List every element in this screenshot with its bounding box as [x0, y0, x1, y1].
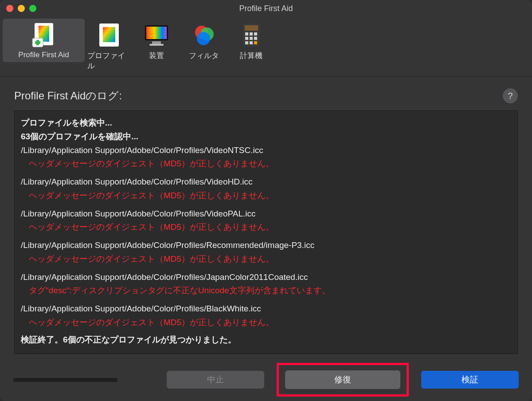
svg-rect-16: [245, 32, 248, 35]
tab-filters[interactable]: フィルタ: [180, 19, 227, 63]
svg-marker-6: [103, 27, 115, 42]
svg-rect-15: [245, 25, 258, 31]
profiles-icon: [96, 22, 122, 48]
svg-rect-22: [245, 41, 248, 44]
tab-label: プロファイル: [87, 51, 130, 71]
svg-rect-21: [254, 37, 257, 40]
svg-rect-24: [254, 41, 257, 44]
log-header-label: Profile First Aidのログ:: [14, 89, 122, 103]
svg-rect-20: [250, 37, 253, 40]
log-entry: /Library/Application Support/Adobe/Color…: [21, 144, 511, 171]
progress-bar: [13, 378, 117, 382]
calculator-icon: [238, 22, 265, 48]
filters-icon: [191, 22, 217, 48]
profile-first-aid-icon: [31, 22, 57, 48]
repair-highlight: 修復: [277, 363, 409, 397]
log-entry: /Library/Application Support/Adobe/Color…: [21, 239, 511, 266]
svg-rect-18: [254, 32, 257, 35]
help-button[interactable]: ?: [503, 88, 518, 103]
log-header-row: Profile First Aidのログ: ?: [14, 88, 518, 103]
log-line-done: 検証終了。6個の不正なプロファイルが見つかりました。: [21, 333, 511, 347]
tab-label: 装置: [149, 51, 164, 61]
log-entry: /Library/Application Support/Adobe/Color…: [21, 271, 511, 298]
minimize-window-button[interactable]: [18, 5, 25, 12]
svg-rect-9: [152, 41, 161, 44]
repair-button[interactable]: 修復: [285, 370, 400, 389]
svg-rect-4: [35, 41, 40, 44]
toolbar: Profile First Aid プロフ: [0, 17, 532, 77]
svg-rect-23: [250, 41, 253, 44]
log-output[interactable]: プロファイルを検索中... 63個のプロファイルを確認中... /Library…: [14, 110, 518, 354]
log-error: ヘッダメッセージのダイジェスト（MD5）が正しくありません。: [21, 189, 511, 203]
app-window: Profile First Aid: [0, 0, 532, 401]
verify-button[interactable]: 検証: [421, 371, 519, 389]
close-window-button[interactable]: [6, 5, 13, 12]
log-error: ヘッダメッセージのダイジェスト（MD5）が正しくありません。: [21, 252, 511, 266]
content-area: Profile First Aidのログ: ? プロファイルを検索中... 63…: [0, 77, 532, 358]
log-error: ヘッダメッセージのダイジェスト（MD5）が正しくありません。: [21, 157, 511, 171]
titlebar: Profile First Aid: [0, 0, 532, 17]
log-error: ヘッダメッセージのダイジェスト（MD5）が正しくありません。: [21, 220, 511, 234]
window-title: Profile First Aid: [0, 4, 532, 13]
log-entry: /Library/Application Support/Adobe/Color…: [21, 207, 511, 235]
button-row: 中止 修復 検証: [0, 358, 532, 401]
zoom-window-button[interactable]: [29, 5, 36, 12]
help-icon: ?: [508, 91, 512, 101]
tab-label: フィルタ: [189, 51, 219, 61]
log-path: /Library/Application Support/Adobe/Color…: [21, 271, 511, 284]
tab-profiles[interactable]: プロファイル: [86, 19, 132, 74]
log-error: ヘッダメッセージのダイジェスト（MD5）が正しくありません。: [21, 316, 511, 330]
devices-icon: [143, 22, 170, 48]
stop-button: 中止: [167, 371, 264, 389]
log-path: /Library/Application Support/Adobe/Color…: [21, 175, 511, 189]
tab-calculator[interactable]: 計算機: [228, 19, 274, 63]
log-path: /Library/Application Support/Adobe/Color…: [21, 302, 511, 316]
log-error: タグ"desc":ディスクリプションタグに不正なUnicode文字列が含まれてい…: [21, 284, 511, 298]
log-path: /Library/Application Support/Adobe/Color…: [21, 207, 511, 221]
svg-rect-19: [245, 37, 248, 40]
tab-label: 計算機: [240, 51, 262, 61]
tab-profile-first-aid[interactable]: Profile First Aid: [3, 19, 85, 62]
svg-point-13: [197, 32, 210, 45]
log-line-searching: プロファイルを検索中...: [21, 116, 511, 130]
log-path: /Library/Application Support/Adobe/Color…: [21, 239, 511, 252]
log-line-checking: 63個のプロファイルを確認中...: [21, 130, 511, 144]
log-entry: /Library/Application Support/Adobe/Color…: [21, 175, 511, 203]
traffic-lights: [6, 5, 36, 12]
svg-rect-10: [149, 44, 164, 46]
svg-rect-17: [250, 32, 253, 35]
svg-rect-8: [146, 27, 167, 39]
log-path: /Library/Application Support/Adobe/Color…: [21, 144, 511, 157]
tab-label: Profile First Aid: [18, 51, 69, 59]
log-entry: /Library/Application Support/Adobe/Color…: [21, 302, 511, 330]
tab-devices[interactable]: 装置: [133, 19, 180, 63]
